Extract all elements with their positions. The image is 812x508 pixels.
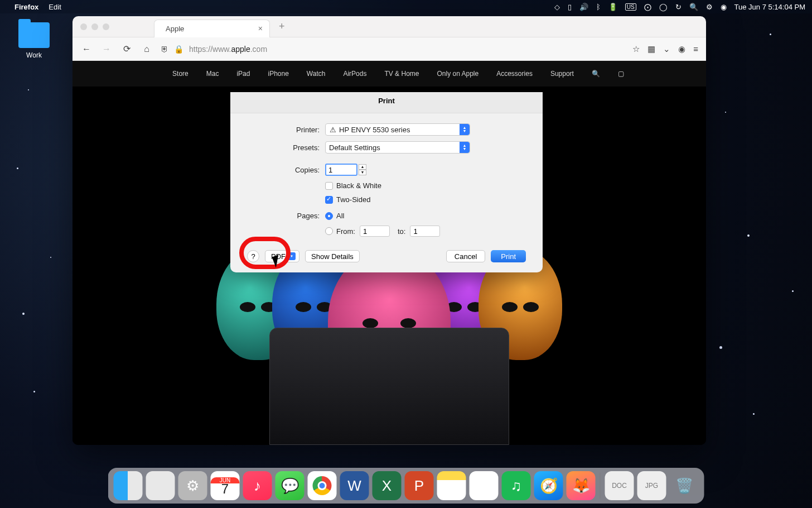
- cursor-icon: [274, 256, 282, 266]
- chevron-updown-icon: ▲▼: [460, 142, 470, 153]
- dock-separator: [600, 473, 601, 499]
- spotlight-icon[interactable]: 🔍: [689, 3, 698, 11]
- shield-icon[interactable]: ⛨: [161, 45, 168, 54]
- dock-chrome[interactable]: [308, 471, 337, 500]
- dock-notes[interactable]: [437, 471, 466, 500]
- wifi-icon[interactable]: ⨀: [644, 3, 651, 11]
- print-button[interactable]: Print: [491, 250, 526, 262]
- account-icon[interactable]: ◉: [678, 44, 685, 54]
- url-text: https://www.apple.com: [189, 45, 267, 54]
- nav-ipad[interactable]: iPad: [236, 70, 250, 78]
- copies-input[interactable]: [325, 164, 357, 176]
- presets-select[interactable]: Default Settings ▲▼: [325, 141, 470, 154]
- pages-from-label: From:: [336, 227, 355, 236]
- bw-label: Black & White: [336, 181, 381, 190]
- dock-slack[interactable]: ✱: [470, 471, 499, 500]
- pages-to-label: to:: [398, 227, 405, 236]
- window-minimize-button[interactable]: [91, 23, 98, 30]
- dock-firefox[interactable]: 🦊: [567, 471, 596, 500]
- show-details-button[interactable]: Show Details: [305, 250, 360, 262]
- window-zoom-button[interactable]: [103, 23, 109, 30]
- pages-range-radio[interactable]: [325, 227, 333, 235]
- battery-icon[interactable]: 🔋: [608, 3, 617, 11]
- dock-recent-doc-1[interactable]: DOC: [605, 471, 634, 500]
- user-icon[interactable]: ◯: [659, 3, 668, 11]
- pocket-icon[interactable]: ⌄: [663, 44, 670, 54]
- nav-watch[interactable]: Watch: [307, 70, 326, 78]
- new-tab-button[interactable]: +: [279, 21, 285, 32]
- tab-close-icon[interactable]: ×: [258, 24, 263, 33]
- print-dialog: Print Printer: ⚠︎ HP ENVY 5530 series ▲▼…: [230, 92, 543, 272]
- dock-finder[interactable]: [114, 471, 143, 500]
- firefox-window: Apple × + ← → ⟳ ⌂ ⛨ 🔒 https://www.apple.…: [72, 16, 706, 445]
- printer-label: Printer:: [247, 126, 325, 134]
- hamburger-menu-icon[interactable]: ≡: [693, 44, 698, 54]
- copies-stepper[interactable]: ▲▼: [359, 164, 366, 175]
- bookmark-star-icon[interactable]: ☆: [632, 44, 640, 54]
- pages-all-radio[interactable]: [325, 212, 333, 220]
- home-button[interactable]: ⌂: [141, 44, 153, 54]
- forward-button[interactable]: →: [100, 44, 113, 54]
- folder-icon: [18, 22, 50, 48]
- macos-dock: ⚙︎ JUN 7 ♪ 💬 W X P ✱ ♫ 🧭 🦊 DOC JPG 🗑️: [108, 468, 704, 504]
- cancel-button[interactable]: Cancel: [446, 250, 485, 262]
- nav-airpods[interactable]: AirPods: [343, 70, 366, 78]
- desktop-folder-work[interactable]: Work: [14, 22, 54, 59]
- qr-icon[interactable]: ▦: [647, 44, 655, 54]
- url-bar[interactable]: ⛨ 🔒 https://www.apple.com: [161, 45, 625, 54]
- nav-accessories[interactable]: Accessories: [496, 70, 533, 78]
- tab-title: Apple: [166, 25, 184, 33]
- bag-icon[interactable]: ▢: [618, 70, 624, 78]
- copies-label: Copies:: [247, 166, 325, 174]
- nav-support[interactable]: Support: [550, 70, 574, 78]
- twosided-checkbox[interactable]: [325, 196, 333, 204]
- dock-calendar[interactable]: JUN 7: [211, 471, 240, 500]
- pdf-dropdown-button[interactable]: PDF ▼: [265, 250, 299, 262]
- browser-toolbar: ← → ⟳ ⌂ ⛨ 🔒 https://www.apple.com ☆ ▦ ⌄ …: [72, 37, 706, 61]
- dock-recent-doc-2[interactable]: JPG: [637, 471, 666, 500]
- dock-spotify[interactable]: ♫: [502, 471, 531, 500]
- timemachine-icon[interactable]: ↻: [675, 3, 682, 11]
- nav-iphone[interactable]: iPhone: [268, 70, 288, 78]
- nav-tvhome[interactable]: TV & Home: [384, 70, 419, 78]
- help-button[interactable]: ?: [247, 250, 259, 262]
- pages-to-input[interactable]: [410, 226, 440, 237]
- volume-icon[interactable]: 🔊: [579, 3, 588, 11]
- dock-safari[interactable]: 🧭: [534, 471, 563, 500]
- printer-value: HP ENVY 5530 series: [339, 126, 410, 134]
- siri-icon[interactable]: ◉: [721, 3, 727, 11]
- dock-powerpoint[interactable]: P: [405, 471, 434, 500]
- nav-mac[interactable]: Mac: [206, 70, 219, 78]
- dock-system-preferences[interactable]: ⚙︎: [178, 471, 207, 500]
- bluetooth-icon[interactable]: ᛒ: [596, 3, 601, 11]
- presets-label: Presets:: [247, 143, 325, 152]
- app-menu[interactable]: Firefox: [14, 3, 38, 11]
- input-source-icon[interactable]: US: [625, 3, 636, 11]
- dropbox-icon[interactable]: ◇: [554, 3, 560, 11]
- reload-button[interactable]: ⟳: [120, 44, 133, 54]
- lock-icon[interactable]: 🔒: [174, 45, 183, 54]
- dock-launchpad[interactable]: [146, 471, 175, 500]
- dock-messages[interactable]: 💬: [276, 471, 304, 500]
- edit-menu[interactable]: Edit: [49, 3, 61, 11]
- control-center-icon[interactable]: ⚙: [706, 3, 713, 11]
- presets-value: Default Settings: [329, 143, 380, 152]
- chevron-down-icon: ▼: [288, 252, 296, 260]
- window-titlebar: Apple × +: [72, 16, 706, 37]
- dock-excel[interactable]: X: [373, 471, 402, 500]
- printer-select[interactable]: ⚠︎ HP ENVY 5530 series ▲▼: [325, 123, 470, 136]
- nav-onlyonapple[interactable]: Only on Apple: [437, 70, 478, 78]
- dock-music[interactable]: ♪: [243, 471, 272, 500]
- search-icon[interactable]: 🔍: [592, 70, 600, 78]
- menubar-datetime[interactable]: Tue Jun 7 5:14:04 PM: [734, 3, 805, 11]
- window-close-button[interactable]: [80, 23, 87, 30]
- pages-from-input[interactable]: [360, 226, 390, 237]
- device-icon[interactable]: ▯: [568, 3, 572, 11]
- bw-checkbox[interactable]: [325, 182, 333, 190]
- nav-store[interactable]: Store: [172, 70, 188, 78]
- browser-tab[interactable]: Apple ×: [154, 20, 270, 37]
- back-button[interactable]: ←: [80, 44, 93, 54]
- pages-label: Pages:: [247, 212, 325, 220]
- dock-trash[interactable]: 🗑️: [670, 471, 699, 500]
- dock-word[interactable]: W: [340, 471, 369, 500]
